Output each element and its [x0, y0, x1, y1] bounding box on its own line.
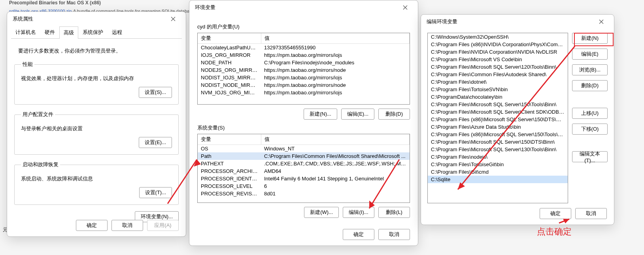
list-item[interactable]: C:\Program Files\Common Files\Autodesk S… [428, 71, 568, 78]
dialog-title: 系统属性 [13, 15, 33, 22]
table-row[interactable]: NVM_IOJS_ORG_MIRRORhttps://npm.taobao.or… [198, 89, 410, 96]
new-w-button[interactable]: 新建(W)... [304, 207, 339, 218]
performance-group: 性能 视觉效果，处理器计划，内存使用，以及虚拟内存 设置(S)... [14, 61, 179, 105]
list-item[interactable]: C:\Windows\System32\OpenSSH\ [428, 33, 568, 41]
table-row[interactable]: NODIST_IOJS_MIRRORhttps://npm.taobao.org… [198, 74, 410, 81]
table-row[interactable]: ChocolateyLastPathUpdate1329733554655519… [198, 44, 410, 52]
settings-t-button[interactable]: 设置(T)... [139, 187, 172, 198]
tab-2[interactable]: 高级 [59, 26, 78, 39]
edit-e-button[interactable]: 编辑(E)... [341, 109, 374, 120]
user-vars-table[interactable]: 变量值 ChocolateyLastPathUpdate132973355465… [197, 33, 410, 105]
system-properties-dialog: 系统属性 计算机名硬件高级系统保护远程 要进行大多数更改，你必须作为管理员登录。… [7, 11, 186, 237]
list-item[interactable]: C:\Program Files\Microsoft SQL Server\15… [428, 138, 568, 146]
user-profile-group: 用户配置文件 与登录帐户相关的桌面设置 设置(E)... [14, 111, 179, 155]
edit-button[interactable]: 编辑(E) [572, 49, 608, 60]
delete-l-button[interactable]: 删除(L) [378, 207, 410, 218]
table-row[interactable]: PROCESSOR_LEVEL6 [198, 182, 410, 190]
ok-button[interactable]: 确定 [76, 220, 108, 231]
dialog-title: 编辑环境变量 [427, 18, 457, 25]
close-icon[interactable] [593, 16, 610, 28]
browse-button[interactable]: 浏览(B)... [572, 64, 608, 75]
move-down-button[interactable]: 下移(O) [572, 124, 608, 135]
list-item[interactable]: C:\Program Files\nodejs\ [428, 153, 568, 161]
table-row[interactable]: PathC:\Program Files\Common Files\Micros… [198, 152, 410, 160]
table-row[interactable]: PATHEXT.COM;.EXE;.BAT;.CMD;.VBS;.VBE;.JS… [198, 160, 410, 167]
edit-text-button[interactable]: 编辑文本(T)... [572, 151, 608, 162]
table-row[interactable]: NODE_PATHC:\Program Files\nodejs\node_mo… [198, 59, 410, 66]
apply-button[interactable]: 应用(A) [147, 220, 179, 231]
list-item[interactable]: C:\ProgramData\chocolatey\bin [428, 93, 568, 101]
startup-group: 启动和故障恢复 系统启动、系统故障和调试信息 设置(T)... [14, 161, 179, 205]
env-vars-dialog: 环境变量 cyd 的用户变量(U) 变量值 ChocolateyLastPath… [189, 0, 418, 246]
list-item[interactable]: C:\Program Files\dotnet\ [428, 78, 568, 86]
tab-3[interactable]: 系统保护 [78, 26, 108, 38]
ok-button[interactable]: 确定 [540, 208, 571, 219]
dialog-title: 环境变量 [195, 4, 215, 11]
delete-button[interactable]: 删除(D) [572, 80, 608, 91]
list-item[interactable]: C:\Program Files\Microsoft SQL Server\Cl… [428, 108, 568, 116]
list-item[interactable]: C:\Program Files\TortoiseSVN\bin [428, 86, 568, 93]
settings-s-button[interactable]: 设置(S)... [139, 87, 172, 98]
list-item[interactable]: C:\Program Files\NVIDIA Corporation\NVID… [428, 48, 568, 56]
list-item[interactable]: C:\Program Files\Azure Data Studio\bin [428, 123, 568, 131]
table-row[interactable]: NODEJS_ORG_MIRRORhttps://npm.taobao.org/… [198, 66, 410, 74]
move-up-button[interactable]: 上移(U) [572, 108, 608, 119]
table-row[interactable]: PROCESSOR_IDENTIFIERIntel64 Family 6 Mod… [198, 175, 410, 182]
user-vars-label: cyd 的用户变量(U) [197, 23, 410, 30]
list-item[interactable]: C:\Program Files\TortoiseGit\bin [428, 161, 568, 168]
new-button[interactable]: 新建(N) [572, 33, 608, 44]
tab-4[interactable]: 远程 [108, 26, 127, 38]
list-item[interactable]: C:\Program Files\Microsoft SQL Server\12… [428, 63, 568, 71]
edit-env-var-dialog: 编辑环境变量 C:\Windows\System32\OpenSSH\C:\Pr… [421, 14, 614, 225]
delete-d-button[interactable]: 删除(D) [378, 109, 410, 120]
list-item[interactable]: C:\Program Files\Microsoft SQL Server\15… [428, 101, 568, 108]
ok-button[interactable]: 确定 [343, 229, 374, 240]
list-item[interactable]: C:\Sqlite [428, 176, 568, 183]
list-item[interactable]: C:\Program Files\Git\cmd [428, 168, 568, 176]
cancel-button[interactable]: 取消 [378, 229, 410, 240]
cancel-button[interactable]: 取消 [111, 220, 143, 231]
table-row[interactable]: OSWindows_NT [198, 145, 410, 153]
list-item[interactable]: C:\Program Files\Microsoft SQL Server\13… [428, 146, 568, 153]
table-row[interactable]: NODIST_NODE_MIRRORhttps://npm.taobao.org… [198, 81, 410, 89]
list-item[interactable]: C:\Program Files (x86)\Microsoft SQL Ser… [428, 116, 568, 123]
new-n-button[interactable]: 新建(N)... [304, 109, 337, 120]
cancel-button[interactable]: 取消 [575, 208, 607, 219]
list-item[interactable]: C:\Program Files (x86)\Microsoft SQL Ser… [428, 131, 568, 138]
tab-1[interactable]: 硬件 [40, 26, 59, 38]
table-row[interactable]: IOJS_ORG_MIRRORhttps://npm.taobao.org/mi… [198, 51, 410, 59]
list-item[interactable]: C:\Program Files\Microsoft VS Code\bin [428, 56, 568, 63]
sys-vars-table[interactable]: 变量值 OSWindows_NTPathC:\Program Files\Com… [197, 134, 410, 203]
settings-e-button[interactable]: 设置(E)... [139, 137, 172, 148]
list-item[interactable]: C:\Program Files (x86)\NVIDIA Corporatio… [428, 41, 568, 48]
sys-vars-label: 系统变量(S) [197, 124, 410, 131]
close-icon[interactable] [397, 2, 414, 13]
edit-i-button[interactable]: 编辑(I)... [343, 207, 374, 218]
close-icon[interactable] [164, 13, 182, 25]
path-list[interactable]: C:\Windows\System32\OpenSSH\C:\Program F… [427, 33, 568, 203]
table-row[interactable]: PROCESSOR_ARCHITEC...AMD64 [198, 167, 410, 175]
annotation-text: 点击确定 [537, 226, 572, 238]
tab-0[interactable]: 计算机名 [11, 26, 40, 38]
admin-hint: 要进行大多数更改，你必须作为管理员登录。 [18, 47, 179, 54]
table-row[interactable]: PROCESSOR_REVISION8d01 [198, 190, 410, 197]
tabs: 计算机名硬件高级系统保护远程 [11, 26, 182, 39]
